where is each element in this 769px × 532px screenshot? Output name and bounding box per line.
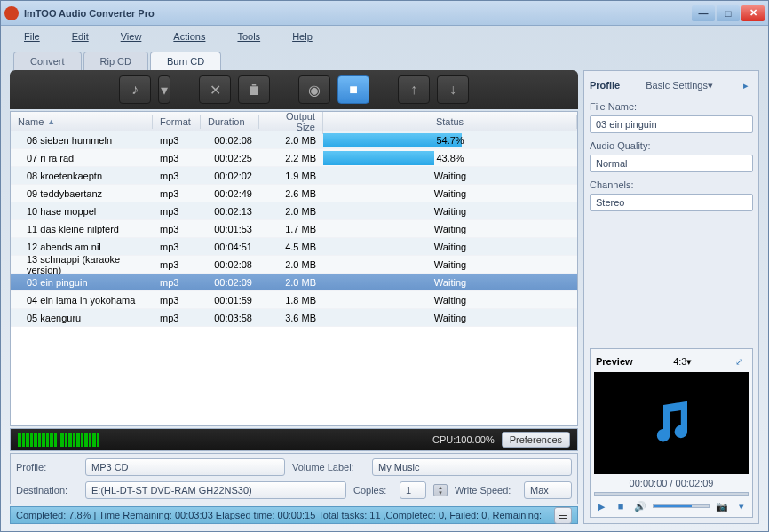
cell-size: 1.7 MB bbox=[259, 222, 323, 236]
menu-actions[interactable]: Actions bbox=[157, 29, 221, 44]
volume-icon[interactable]: 🔊 bbox=[633, 499, 647, 513]
table-row[interactable]: 13 schnappi (karaoke version)mp300:02:08… bbox=[11, 256, 577, 274]
tab-convert[interactable]: Convert bbox=[13, 52, 82, 70]
play-button[interactable]: ▶ bbox=[594, 499, 608, 513]
move-down-button[interactable]: ↓ bbox=[437, 75, 469, 104]
cell-duration: 00:03:58 bbox=[201, 311, 259, 325]
cell-status: Waiting bbox=[323, 275, 577, 290]
move-up-button[interactable]: ↑ bbox=[398, 75, 430, 104]
cell-duration: 00:02:25 bbox=[201, 151, 259, 165]
titlebar[interactable]: ImTOO Audio Converter Pro — □ ✕ bbox=[1, 1, 768, 26]
table-row[interactable]: 09 teddybaertanzmp300:02:492.6 MBWaiting bbox=[11, 185, 577, 202]
profile-next-icon[interactable]: ▸ bbox=[739, 78, 753, 92]
volume-slider[interactable] bbox=[653, 504, 710, 508]
burn-button[interactable]: ◉ bbox=[298, 75, 330, 104]
profile-select[interactable]: MP3 CD bbox=[85, 458, 285, 476]
more-button[interactable]: ▾ bbox=[734, 499, 749, 513]
cell-format: mp3 bbox=[153, 275, 201, 290]
preview-panel: Preview 4:3▾ ⤢ 00:00:00 / 00:02:09 ▶ ■ 🔊 bbox=[590, 348, 753, 518]
cell-format: mp3 bbox=[153, 240, 201, 254]
delete-button[interactable] bbox=[238, 75, 270, 104]
col-duration[interactable]: Duration bbox=[201, 115, 259, 129]
cpu-text: CPU:100.00% bbox=[432, 434, 495, 445]
stop-button[interactable]: ■ bbox=[337, 75, 369, 104]
cell-format: mp3 bbox=[153, 258, 201, 272]
cell-name: 13 schnappi (karaoke version) bbox=[11, 252, 153, 277]
file-table[interactable]: Name▲ Format Duration Output Size Status… bbox=[10, 111, 578, 426]
quality-label: Audio Quality: bbox=[590, 140, 753, 151]
stop-preview-button[interactable]: ■ bbox=[614, 499, 628, 513]
add-dropdown-button[interactable]: ▾ bbox=[158, 75, 170, 104]
copies-input[interactable]: 1 bbox=[400, 481, 426, 499]
cell-status: Waiting bbox=[323, 258, 577, 272]
menu-tools[interactable]: Tools bbox=[221, 29, 276, 44]
cell-duration: 00:01:53 bbox=[201, 222, 259, 236]
cell-format: mp3 bbox=[153, 204, 201, 218]
add-music-button[interactable]: ♪ bbox=[119, 75, 151, 104]
quality-select[interactable]: Normal bbox=[590, 155, 753, 172]
cell-name: 08 kroetenkaeptn bbox=[11, 169, 153, 183]
table-row[interactable]: 07 ri ra radmp300:02:252.2 MB43.8% bbox=[11, 149, 577, 167]
copies-stepper[interactable]: ▲▼ bbox=[433, 484, 448, 496]
menu-edit[interactable]: Edit bbox=[56, 29, 105, 44]
destination-select[interactable]: E:(HL-DT-ST DVD-RAM GH22NS30) bbox=[85, 481, 346, 499]
table-row[interactable]: 08 kroetenkaeptnmp300:02:021.9 MBWaiting bbox=[11, 167, 577, 185]
cell-format: mp3 bbox=[153, 151, 201, 165]
cell-duration: 00:02:49 bbox=[201, 187, 259, 201]
music-note-icon bbox=[645, 397, 698, 450]
col-format[interactable]: Format bbox=[153, 115, 201, 129]
fullscreen-icon[interactable]: ⤢ bbox=[733, 354, 747, 369]
cell-status: Waiting bbox=[323, 222, 577, 236]
preview-time: 00:00:00 / 00:02:09 bbox=[594, 478, 749, 488]
table-row[interactable]: 04 ein lama in yokohamamp300:01:591.8 MB… bbox=[11, 291, 577, 309]
cell-name: 06 sieben hummeln bbox=[11, 133, 153, 147]
volume-label-input[interactable]: My Music bbox=[372, 458, 572, 476]
table-row[interactable]: 03 ein pinguinmp300:02:092.0 MBWaiting bbox=[11, 274, 577, 291]
table-row[interactable]: 11 das kleine nilpferdmp300:01:531.7 MBW… bbox=[11, 220, 577, 238]
writespeed-select[interactable]: Max bbox=[524, 481, 572, 499]
cell-name: 03 ein pinguin bbox=[11, 275, 153, 290]
cell-duration: 00:02:08 bbox=[201, 133, 259, 147]
remove-button[interactable]: ✕ bbox=[199, 75, 231, 104]
cell-duration: 00:02:09 bbox=[201, 275, 259, 290]
preferences-button[interactable]: Preferences bbox=[502, 432, 570, 448]
channels-select[interactable]: Stereo bbox=[590, 194, 753, 211]
menu-help[interactable]: Help bbox=[276, 29, 329, 44]
profile-panel: Profile Basic Settings▾ ▸ File Name: 03 … bbox=[583, 70, 759, 524]
toolbar: ♪ ▾ ✕ ◉ ■ ↑ ↓ bbox=[10, 70, 578, 109]
menu-file[interactable]: File bbox=[8, 29, 56, 44]
minimize-button[interactable]: — bbox=[692, 5, 715, 21]
table-row[interactable]: 10 hase moppelmp300:02:132.0 MBWaiting bbox=[11, 202, 577, 220]
menubar: File Edit View Actions Tools Help bbox=[1, 26, 768, 47]
menu-view[interactable]: View bbox=[105, 29, 158, 44]
col-name[interactable]: Name▲ bbox=[11, 115, 153, 129]
col-status[interactable]: Status bbox=[323, 115, 577, 129]
tab-rip-cd[interactable]: Rip CD bbox=[83, 52, 148, 70]
cell-duration: 00:02:02 bbox=[201, 169, 259, 183]
snapshot-button[interactable]: 📷 bbox=[715, 499, 729, 513]
cell-status: Waiting bbox=[323, 204, 577, 218]
cell-status: 54.7% bbox=[323, 133, 577, 147]
cell-status: Waiting bbox=[323, 240, 577, 254]
cell-duration: 00:01:59 bbox=[201, 293, 259, 307]
cell-size: 2.6 MB bbox=[259, 187, 323, 201]
close-button[interactable]: ✕ bbox=[741, 5, 765, 21]
cell-size: 1.9 MB bbox=[259, 169, 323, 183]
status-list-button[interactable]: ☰ bbox=[554, 507, 572, 524]
maximize-button[interactable]: □ bbox=[717, 5, 740, 21]
table-row[interactable]: 06 sieben hummelnmp300:02:082.0 MB54.7% bbox=[11, 131, 577, 149]
table-row[interactable]: 05 kaengurump300:03:583.6 MBWaiting bbox=[11, 309, 577, 327]
cell-format: mp3 bbox=[153, 187, 201, 201]
filename-input[interactable]: 03 ein pinguin bbox=[590, 115, 753, 133]
cell-size: 1.8 MB bbox=[259, 293, 323, 307]
destination-label: Destination: bbox=[16, 485, 78, 496]
tab-burn-cd[interactable]: Burn CD bbox=[150, 52, 221, 70]
seek-slider[interactable] bbox=[594, 492, 749, 496]
cell-status: Waiting bbox=[323, 311, 577, 325]
cell-name: 11 das kleine nilpferd bbox=[11, 222, 153, 236]
cell-size: 2.0 MB bbox=[259, 133, 323, 147]
cell-name: 09 teddybaertanz bbox=[11, 187, 153, 201]
aspect-ratio-toggle[interactable]: 4:3▾ bbox=[673, 356, 692, 368]
col-size[interactable]: Output Size bbox=[259, 111, 323, 134]
basic-settings-toggle[interactable]: Basic Settings▾ bbox=[646, 80, 713, 91]
